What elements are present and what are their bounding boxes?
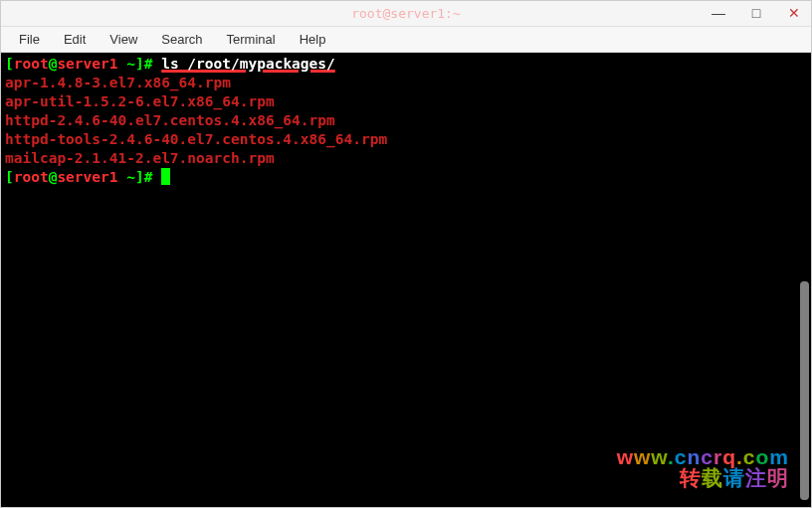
file-entry: mailcap-2.1.41-2.el7.noarch.rpm (5, 149, 807, 168)
minimize-button[interactable]: — (706, 3, 731, 23)
file-entry: httpd-2.4.6-40.el7.centos.4.x86_64.rpm (5, 111, 807, 130)
menu-search[interactable]: Search (151, 29, 212, 50)
watermark-url: www.cncrq.com (617, 447, 789, 466)
maximize-button[interactable]: □ (743, 3, 769, 23)
watermark: www.cncrq.com 转载请注明 (617, 447, 789, 487)
terminal-window: root@server1:~ — □ ✕ File Edit View Sear… (0, 0, 812, 508)
titlebar: root@server1:~ — □ ✕ (1, 1, 811, 27)
terminal-area[interactable]: [root@server1 ~]# ls /root/mypackages/ a… (1, 53, 811, 507)
menu-edit[interactable]: Edit (54, 29, 96, 50)
window-title: root@server1:~ (351, 6, 461, 21)
file-entry: httpd-tools-2.4.6-40.el7.centos.4.x86_64… (5, 130, 807, 149)
prompt-line-2: [root@server1 ~]# (5, 168, 807, 187)
prompt-line-1: [root@server1 ~]# ls /root/mypackages/ (5, 55, 807, 74)
menu-file[interactable]: File (9, 29, 50, 50)
menu-terminal[interactable]: Terminal (217, 29, 286, 50)
cursor-icon (161, 168, 170, 185)
menu-view[interactable]: View (100, 29, 147, 50)
scrollbar[interactable] (800, 281, 809, 500)
file-entry: apr-1.4.8-3.el7.x86_64.rpm (5, 74, 807, 92)
menubar: File Edit View Search Terminal Help (1, 27, 811, 53)
watermark-subtitle: 转载请注明 (617, 468, 789, 487)
menu-help[interactable]: Help (290, 29, 336, 50)
window-controls: — □ ✕ (706, 3, 807, 23)
close-button[interactable]: ✕ (781, 3, 807, 23)
command-text: ls /root/mypackages/ (161, 56, 335, 72)
file-entry: apr-util-1.5.2-6.el7.x86_64.rpm (5, 92, 807, 111)
